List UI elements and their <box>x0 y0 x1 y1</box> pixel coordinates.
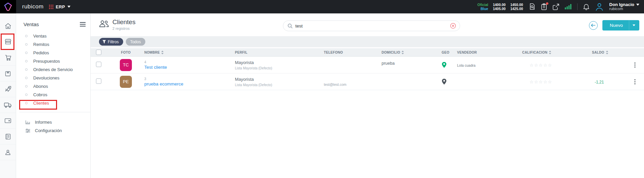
funnel-icon <box>102 40 106 44</box>
sort-icon <box>161 51 164 54</box>
rating-stars[interactable]: ☆☆☆☆☆ <box>530 79 552 84</box>
avatar-icon[interactable] <box>595 2 604 11</box>
exchange-rates: Oficial 1400.00 1450.00 Blue 1405.00 142… <box>478 3 523 11</box>
select-all-checkbox[interactable] <box>96 50 101 55</box>
sidebar-item-remitos[interactable]: Remitos <box>16 40 90 49</box>
rail-item-users[interactable] <box>0 144 16 160</box>
grid-dots-icon <box>49 5 53 9</box>
client-avatar[interactable]: TC <box>120 59 132 71</box>
filters-button[interactable]: Filtros <box>99 38 123 46</box>
map-pin-icon[interactable] <box>442 62 457 68</box>
chevron-down-icon <box>636 4 639 6</box>
col-nombre[interactable]: NOMBRE <box>144 51 235 54</box>
client-avatar[interactable]: PE <box>120 76 132 88</box>
rail-item-home[interactable] <box>0 18 16 34</box>
package-icon <box>4 70 11 77</box>
file-search-icon[interactable] <box>529 3 535 10</box>
rail-item-accounting[interactable] <box>0 129 16 144</box>
table-row[interactable]: TC 4 Test cliente Mayorista Lista Mayori… <box>91 57 644 73</box>
rocket-icon <box>4 85 12 93</box>
table-row[interactable]: PE 3 prueba ecommerce Mayorista Lista Ma… <box>91 73 644 90</box>
sidebar-item-presupuestos[interactable]: Presupuestos <box>16 57 90 65</box>
rail-item-logistics[interactable] <box>0 97 16 113</box>
rate-official-label: Oficial <box>478 3 488 7</box>
row-menu-button[interactable] <box>634 62 636 68</box>
search-box <box>283 20 460 31</box>
sidebar-item-label: Abonos <box>33 84 48 89</box>
table-body: TC 4 Test cliente Mayorista Lista Mayori… <box>91 57 644 90</box>
client-name-link[interactable]: prueba ecommerce <box>144 81 235 86</box>
clear-search-icon[interactable] <box>450 23 456 29</box>
sidebar-item-label: Devoluciones <box>33 75 59 80</box>
col-vendedor[interactable]: VENDEDOR <box>457 51 522 54</box>
sidebar-item-cobros[interactable]: Cobros <box>16 91 90 99</box>
new-button[interactable]: Nuevo <box>602 20 639 31</box>
bullet-icon <box>25 85 28 87</box>
rail-item-treasury[interactable] <box>0 113 16 129</box>
search-input[interactable] <box>295 23 450 28</box>
col-perfil[interactable]: PERFIL <box>235 51 324 54</box>
sidebar-item-pedidos[interactable]: Pedidos <box>16 49 90 57</box>
sidebar-item-clientes[interactable]: Clientes <box>16 99 90 107</box>
col-calificacion[interactable]: CALIFICACION <box>522 51 592 54</box>
ledger-icon <box>5 133 11 140</box>
rail-item-sales[interactable] <box>0 34 16 50</box>
sidebar-item-label: Ordenes de Servicio <box>33 67 73 72</box>
col-geo[interactable]: GEO <box>442 51 457 54</box>
row-menu-button[interactable] <box>634 79 636 84</box>
app-switcher[interactable]: ERP <box>49 4 70 9</box>
module-rail <box>0 13 16 178</box>
col-foto[interactable]: FOTO <box>107 51 144 54</box>
new-button-label: Nuevo <box>602 23 629 28</box>
user-name: Don Ignacio <box>609 2 634 7</box>
clipboard-icon[interactable] <box>541 3 547 10</box>
todos-filter-chip[interactable]: Todos <box>126 38 145 46</box>
new-button-dropdown[interactable] <box>629 20 639 31</box>
sidebar-item-label: Ventas <box>33 34 47 39</box>
back-button[interactable] <box>589 21 598 30</box>
rate-official-sell: 1450.00 <box>510 3 523 7</box>
bullet-icon <box>25 102 28 104</box>
row-checkbox[interactable] <box>96 62 101 67</box>
page-header: Clientes 2 registros Nuevo <box>91 13 644 36</box>
col-saldo[interactable]: SALDO <box>592 51 631 54</box>
rail-item-marketing[interactable] <box>0 81 16 97</box>
brand-logo[interactable] <box>0 0 16 13</box>
sidebar-item-ordenes-de-servicio[interactable]: Ordenes de Servicio <box>16 65 90 74</box>
sidebar-item-abonos[interactable]: Abonos <box>16 82 90 91</box>
map-pin-icon[interactable] <box>442 78 457 85</box>
store-icon <box>4 38 12 46</box>
client-name-link[interactable]: Test cliente <box>144 65 235 70</box>
sidebar-item-label: Clientes <box>33 101 49 106</box>
external-link-icon[interactable] <box>553 4 559 10</box>
rail-item-stock[interactable] <box>0 66 16 81</box>
notification-badge <box>546 2 548 5</box>
bar-chart-icon <box>26 120 30 124</box>
sidebar-item-ventas[interactable]: Ventas <box>16 32 90 40</box>
sidebar-item-configuracion[interactable]: Configuración <box>16 126 90 135</box>
client-price-list: Lista Mayorista (Defecto) <box>235 66 324 70</box>
bell-icon[interactable] <box>583 3 589 10</box>
hamburger-icon[interactable] <box>80 22 86 26</box>
bullet-icon <box>25 94 28 96</box>
signal-bars-icon[interactable] <box>565 4 572 9</box>
todos-chip-label: Todos <box>130 40 141 44</box>
rating-stars[interactable]: ☆☆☆☆☆ <box>530 63 552 68</box>
table-header: FOTO NOMBRE PERFIL TELEFONO DOMICILIO GE… <box>91 48 644 57</box>
sidebar-item-informes[interactable]: Informes <box>16 118 90 126</box>
col-telefono[interactable]: TELEFONO <box>324 51 382 54</box>
row-checkbox[interactable] <box>96 78 101 84</box>
client-id: 3 <box>144 77 235 81</box>
rail-item-purchases[interactable] <box>0 50 16 66</box>
search-icon <box>288 23 293 28</box>
col-domicilio[interactable]: DOMICILIO <box>382 51 442 54</box>
sidebar-item-devoluciones[interactable]: Devoluciones <box>16 74 90 82</box>
bullet-icon <box>25 68 28 71</box>
rubicom-logo-icon <box>4 2 12 11</box>
page-title: Clientes <box>112 18 136 26</box>
home-icon <box>4 22 12 30</box>
client-profile: Mayorista <box>235 77 324 82</box>
wallet-icon <box>4 118 11 124</box>
truck-icon <box>4 102 12 108</box>
user-menu[interactable]: Don Ignacio rubicom <box>609 2 639 11</box>
